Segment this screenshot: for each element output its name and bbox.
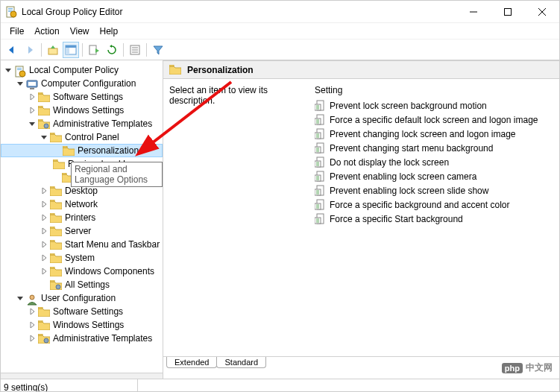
expander-icon[interactable] bbox=[40, 240, 48, 249]
tree-root[interactable]: Local Computer Policy bbox=[1, 63, 163, 77]
expander-icon[interactable] bbox=[28, 307, 37, 316]
svg-rect-19 bbox=[17, 68, 22, 69]
expander-icon[interactable] bbox=[4, 66, 13, 75]
tabs: Extended Standard bbox=[163, 356, 559, 373]
up-button[interactable] bbox=[45, 42, 61, 58]
menu-help[interactable]: Help bbox=[95, 25, 123, 38]
svg-point-42 bbox=[30, 295, 34, 300]
forward-button[interactable] bbox=[22, 42, 38, 58]
expander-icon[interactable] bbox=[28, 92, 37, 101]
setting-item[interactable]: Prevent enabling lock screen slide show bbox=[315, 183, 559, 197]
expander-icon[interactable] bbox=[40, 267, 48, 276]
expander-icon[interactable] bbox=[40, 213, 48, 222]
toolbar bbox=[1, 39, 559, 60]
folder-icon bbox=[14, 66, 26, 75]
svg-point-21 bbox=[19, 71, 25, 77]
tree-item[interactable]: Start Menu and Taskbar bbox=[1, 238, 163, 251]
tab-standard[interactable]: Standard bbox=[216, 357, 266, 368]
expander-icon[interactable] bbox=[28, 119, 37, 128]
tree-personalization[interactable]: Personalization bbox=[1, 144, 163, 157]
tree-item[interactable]: Software Settings bbox=[1, 305, 163, 318]
svg-rect-45 bbox=[38, 334, 43, 335]
app-icon bbox=[5, 6, 17, 18]
tree-item[interactable]: Windows Components bbox=[1, 265, 163, 278]
setting-item[interactable]: Prevent lock screen background motion bbox=[315, 98, 559, 113]
svg-rect-25 bbox=[38, 92, 43, 94]
tree-item[interactable]: Software Settings bbox=[1, 90, 163, 104]
tree-admin-templates[interactable]: Administrative Templates bbox=[1, 117, 163, 130]
tree-item[interactable]: Printers bbox=[1, 211, 163, 224]
svg-rect-38 bbox=[50, 253, 54, 255]
svg-rect-36 bbox=[50, 227, 54, 228]
setting-item[interactable]: Prevent changing lock screen and logon i… bbox=[315, 127, 559, 141]
setting-item[interactable]: Do not display the lock screen bbox=[315, 155, 559, 169]
svg-rect-27 bbox=[38, 119, 43, 121]
svg-rect-23 bbox=[28, 82, 36, 86]
expander-icon[interactable] bbox=[40, 200, 48, 209]
svg-rect-2 bbox=[8, 10, 13, 10]
tab-extended[interactable]: Extended bbox=[166, 357, 217, 368]
svg-rect-31 bbox=[53, 159, 57, 161]
show-hide-tree-button[interactable] bbox=[63, 42, 79, 58]
tree-item[interactable]: All Settings bbox=[1, 278, 163, 291]
svg-rect-11 bbox=[66, 45, 76, 48]
folder-icon bbox=[38, 307, 50, 317]
expander-icon[interactable] bbox=[40, 227, 48, 235]
maximize-button[interactable] bbox=[491, 1, 525, 23]
filter-button[interactable] bbox=[150, 42, 166, 58]
back-button[interactable] bbox=[4, 42, 20, 58]
svg-rect-26 bbox=[38, 106, 43, 107]
folder-icon bbox=[38, 106, 50, 116]
tree-item[interactable]: Windows Settings bbox=[1, 318, 163, 332]
close-button[interactable] bbox=[525, 1, 559, 23]
svg-rect-43 bbox=[38, 307, 43, 309]
properties-button[interactable] bbox=[127, 42, 143, 58]
svg-rect-12 bbox=[66, 48, 69, 54]
menubar: File Action View Help bbox=[1, 23, 559, 39]
expander-icon[interactable] bbox=[28, 334, 37, 343]
folder-icon bbox=[50, 240, 62, 250]
minimize-button[interactable] bbox=[456, 1, 491, 23]
setting-item[interactable]: Force a specific background and accent c… bbox=[315, 197, 559, 212]
svg-point-28 bbox=[44, 124, 48, 128]
tree-item[interactable]: Administrative Templates bbox=[1, 332, 163, 345]
menu-view[interactable]: View bbox=[66, 25, 94, 38]
tree-computer-config[interactable]: Computer Configuration bbox=[1, 77, 163, 90]
svg-rect-32 bbox=[62, 173, 66, 174]
refresh-button[interactable] bbox=[104, 42, 120, 58]
folder-icon bbox=[38, 92, 50, 102]
setting-item[interactable]: Force a specific default lock screen and… bbox=[315, 113, 559, 127]
expander-icon[interactable] bbox=[28, 106, 37, 115]
expander-icon[interactable] bbox=[40, 253, 48, 262]
tree-item[interactable]: System bbox=[1, 251, 163, 265]
expander-icon[interactable] bbox=[40, 186, 48, 195]
settings-list: Setting Prevent lock screen background m… bbox=[315, 85, 559, 356]
folder-icon bbox=[50, 253, 62, 263]
setting-item[interactable]: Prevent changing start menu background bbox=[315, 141, 559, 155]
svg-rect-33 bbox=[50, 186, 54, 188]
svg-rect-47 bbox=[169, 65, 174, 66]
svg-rect-35 bbox=[50, 213, 54, 215]
content-heading: Personalization bbox=[187, 65, 254, 75]
setting-column-header[interactable]: Setting bbox=[315, 85, 559, 95]
tree-control-panel[interactable]: Control Panel bbox=[1, 130, 163, 144]
setting-item[interactable]: Force a specific Start background bbox=[315, 212, 559, 226]
tree-user-config[interactable]: User Configuration bbox=[1, 291, 163, 305]
svg-rect-30 bbox=[63, 146, 67, 148]
expander-icon[interactable] bbox=[16, 294, 25, 303]
svg-rect-40 bbox=[50, 280, 54, 282]
tree-item[interactable]: Network bbox=[1, 197, 163, 211]
setting-item[interactable]: Prevent enabling lock screen camera bbox=[315, 169, 559, 183]
tree-item[interactable]: Windows Settings bbox=[1, 104, 163, 117]
menu-file[interactable]: File bbox=[5, 25, 28, 38]
tree-item[interactable]: Server bbox=[1, 224, 163, 238]
setting-icon bbox=[315, 114, 327, 126]
menu-action[interactable]: Action bbox=[30, 25, 63, 38]
folder-icon bbox=[50, 213, 62, 223]
expander-icon[interactable] bbox=[28, 320, 37, 329]
tooltip: Regional and Language Options bbox=[71, 162, 163, 187]
expander-icon[interactable] bbox=[16, 79, 25, 88]
expander-icon[interactable] bbox=[40, 133, 48, 142]
svg-rect-37 bbox=[50, 240, 54, 241]
export-button[interactable] bbox=[86, 42, 102, 58]
